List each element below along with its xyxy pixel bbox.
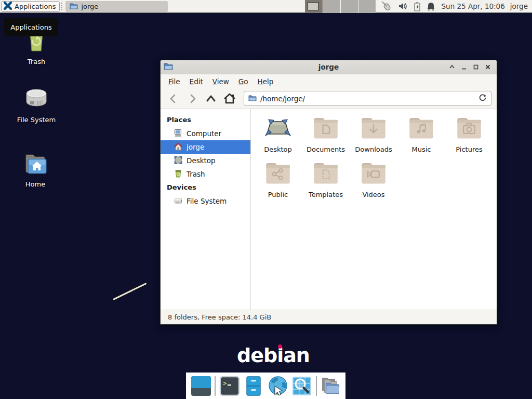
sidebar-item-desktop[interactable]: Desktop <box>161 154 250 167</box>
back-button[interactable] <box>165 91 182 106</box>
tooltip-text: Applications <box>10 23 51 31</box>
file-manager-window: jorge File Edit View Go Help <box>160 60 497 325</box>
applications-icon <box>4 2 12 11</box>
forward-button[interactable] <box>183 91 201 106</box>
app-finder-icon[interactable] <box>291 376 312 396</box>
desktop-icon-file-system[interactable]: File System <box>8 87 65 124</box>
maximize-button[interactable] <box>471 62 481 72</box>
menu-go[interactable]: Go <box>234 75 253 88</box>
workspace-pager[interactable] <box>305 0 376 13</box>
window-title: jorge <box>161 63 497 71</box>
applications-tooltip: Applications <box>4 18 58 36</box>
home-button[interactable] <box>221 91 238 106</box>
menu-help[interactable]: Help <box>253 75 278 88</box>
menu-file[interactable]: File <box>164 75 185 88</box>
sidebar-item-trash[interactable]: Trash <box>161 167 250 181</box>
desktop-icon-label: Home <box>25 180 45 188</box>
sidebar-item-computer[interactable]: Computer <box>161 127 250 140</box>
folder-public-icon <box>264 161 291 188</box>
applications-menu-button[interactable]: Applications <box>1 1 60 12</box>
folder-templates-icon <box>312 161 339 188</box>
applications-label: Applications <box>15 3 56 10</box>
file-cabinet-icon[interactable] <box>243 376 264 396</box>
dock-separator <box>316 376 317 396</box>
folder-icon <box>70 2 78 11</box>
devices-header: Devices <box>161 181 250 194</box>
folder-documents-icon <box>312 115 339 142</box>
reload-icon[interactable] <box>478 94 487 104</box>
desktop-icon-label: File System <box>17 116 56 124</box>
folder-music-icon <box>408 115 435 142</box>
show-desktop-icon[interactable] <box>191 376 211 396</box>
workspace-4[interactable] <box>358 0 376 13</box>
taskbar-window-button[interactable]: jorge <box>65 1 168 12</box>
mouse-icon[interactable] <box>381 1 392 11</box>
sidebar-item-label: jorge <box>187 143 204 151</box>
shade-button[interactable] <box>447 62 457 72</box>
workspace-2[interactable] <box>323 0 340 13</box>
web-browser-icon[interactable] <box>268 376 288 396</box>
toolbar: /home/jorge/ <box>161 88 497 109</box>
location-path[interactable]: /home/jorge/ <box>260 95 475 103</box>
sidebar-item-file-system[interactable]: File System <box>161 194 250 208</box>
home-icon <box>174 142 182 152</box>
terminal-icon[interactable]: > <box>219 376 240 396</box>
file-item-label: Templates <box>309 191 343 198</box>
trash-icon <box>174 169 182 179</box>
workspace-1[interactable] <box>305 0 323 13</box>
debian-logo-i: i <box>277 344 283 367</box>
folder-videos-icon <box>360 161 387 188</box>
file-manager-folder-icon[interactable] <box>320 376 341 396</box>
panel-username[interactable]: jorge <box>510 2 528 10</box>
file-item-videos[interactable]: Videos <box>350 161 397 198</box>
file-item-desktop[interactable]: Desktop <box>254 115 302 153</box>
hard-drive-icon <box>174 196 182 206</box>
minimize-button[interactable] <box>459 62 469 72</box>
desktop-icon-home[interactable]: Home <box>7 152 64 188</box>
places-header: Places <box>161 113 250 127</box>
debian-logo-part1: deb <box>237 344 277 367</box>
sidebar-item-label: Computer <box>187 129 221 138</box>
file-item-label: Desktop <box>264 145 292 153</box>
top-panel: Applications jorge <box>0 0 532 13</box>
file-item-pictures[interactable]: Pictures <box>445 115 493 153</box>
window-controls <box>447 62 497 72</box>
desktop-icon-label: Trash <box>28 58 45 65</box>
sidebar-item-jorge[interactable]: jorge <box>161 140 250 154</box>
up-button[interactable] <box>202 91 220 106</box>
file-item-downloads[interactable]: Downloads <box>350 115 397 153</box>
file-pane[interactable]: Desktop Documents <box>251 109 497 310</box>
file-item-templates[interactable]: Templates <box>302 161 350 198</box>
debian-logo-part3: an <box>283 344 310 367</box>
bell-icon[interactable] <box>427 2 435 11</box>
sidebar-item-label: File System <box>187 197 227 205</box>
statusbar: 8 folders, Free space: 14.4 GiB <box>161 310 497 324</box>
wallpaper-swirl-line <box>113 283 147 300</box>
file-item-public[interactable]: Public <box>254 161 302 198</box>
file-item-music[interactable]: Music <box>397 115 445 153</box>
volume-icon[interactable] <box>398 2 408 11</box>
folder-downloads-icon <box>360 115 387 142</box>
folder-pictures-icon <box>456 115 483 142</box>
file-item-label: Pictures <box>456 145 482 153</box>
svg-text:>: > <box>223 380 227 387</box>
file-item-label: Documents <box>307 145 345 153</box>
menu-edit[interactable]: Edit <box>185 75 208 88</box>
file-item-documents[interactable]: Documents <box>302 115 350 153</box>
titlebar[interactable]: jorge <box>161 60 497 74</box>
debian-logo: debian <box>237 344 310 367</box>
file-item-label: Music <box>412 145 431 153</box>
hard-drive-icon <box>24 87 49 112</box>
menubar: File Edit View Go Help <box>161 74 497 88</box>
location-bar[interactable]: /home/jorge/ <box>244 91 491 106</box>
file-grid: Desktop Documents <box>254 115 497 198</box>
desktop-icon <box>174 156 182 166</box>
panel-handle <box>61 3 64 10</box>
dock: > <box>186 373 345 399</box>
window-folder-icon <box>164 62 173 72</box>
menu-view[interactable]: View <box>208 75 234 88</box>
workspace-3[interactable] <box>340 0 358 13</box>
panel-clock[interactable]: Sun 25 Apr, 10:06 <box>442 2 505 10</box>
close-button[interactable] <box>483 62 493 72</box>
battery-icon[interactable] <box>414 2 421 11</box>
